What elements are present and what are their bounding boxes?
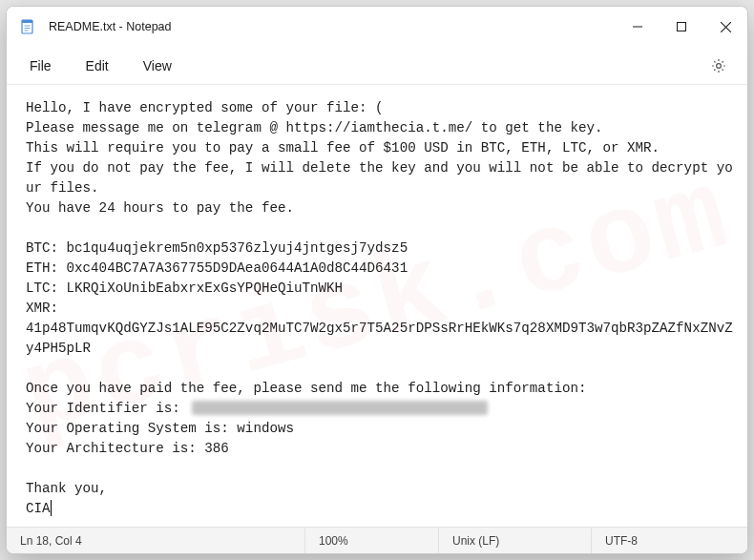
status-encoding[interactable]: UTF-8	[591, 528, 747, 553]
text-line: BTC: bc1qu4uqjekrem5n0xp5376zlyuj4jntges…	[26, 240, 408, 256]
text-line: Once you have paid the fee, please send …	[26, 381, 586, 396]
text-line: XMR:	[26, 301, 58, 316]
watermark: pcrisk.com	[24, 202, 730, 409]
svg-rect-1	[22, 20, 32, 23]
menu-edit[interactable]: Edit	[71, 52, 124, 79]
text-line: Hello, I have encrypted some of your fil…	[26, 100, 384, 115]
notepad-icon	[20, 19, 35, 34]
status-zoom[interactable]: 100%	[304, 528, 438, 553]
text-line: Your Identifier is:	[26, 401, 188, 416]
text-line: If you do not pay the fee, I will delete…	[26, 160, 733, 196]
maximize-button[interactable]	[660, 7, 703, 47]
close-button[interactable]	[703, 7, 747, 47]
status-zoom-text: 100%	[319, 534, 348, 548]
text-line: This will require you to pay a small fee…	[26, 140, 660, 156]
text-line: CIA	[26, 501, 51, 516]
menubar: File Edit View	[7, 47, 747, 85]
status-eol-text: Unix (LF)	[452, 534, 499, 548]
text-cursor	[51, 500, 52, 516]
text-line: You have 24 hours to pay the fee.	[26, 200, 294, 216]
text-line: 41p48TumqvKQdGYZJs1ALE95C2Zvq2MuTC7W2gx5…	[26, 321, 733, 356]
notepad-window: README.txt - Notepad File Edit View Hell…	[6, 6, 748, 554]
menu-view[interactable]: View	[128, 52, 187, 79]
status-cursor-pos: Ln 18, Col 4	[7, 528, 304, 553]
text-line: Please message me on telegram @ https://…	[26, 120, 603, 135]
text-editor[interactable]: Hello, I have encrypted some of your fil…	[7, 85, 747, 527]
text-line: Your Architecture is: 386	[26, 441, 229, 456]
status-eol[interactable]: Unix (LF)	[438, 528, 591, 553]
menu-file[interactable]: File	[14, 52, 67, 79]
statusbar: Ln 18, Col 4 100% Unix (LF) UTF-8	[7, 527, 747, 553]
text-line: LTC: LKRQiXoUnibEabxrxExGsYPQHeQiuTnWKH	[26, 280, 343, 296]
text-line: ETH: 0xc404BC7A7A367755D9DAea0644A1A0d8C…	[26, 260, 408, 276]
status-pos-text: Ln 18, Col 4	[20, 534, 82, 548]
redacted-identifier	[192, 401, 488, 415]
svg-rect-6	[678, 23, 686, 31]
svg-point-9	[717, 63, 722, 68]
window-title: README.txt - Notepad	[49, 20, 172, 33]
titlebar[interactable]: README.txt - Notepad	[7, 7, 747, 47]
text-line: Your Operating System is: windows	[26, 421, 294, 436]
minimize-button[interactable]	[616, 7, 660, 47]
window-controls	[616, 7, 747, 47]
text-line: Thank you,	[26, 481, 107, 496]
status-enc-text: UTF-8	[605, 534, 638, 548]
settings-button[interactable]	[702, 49, 736, 83]
